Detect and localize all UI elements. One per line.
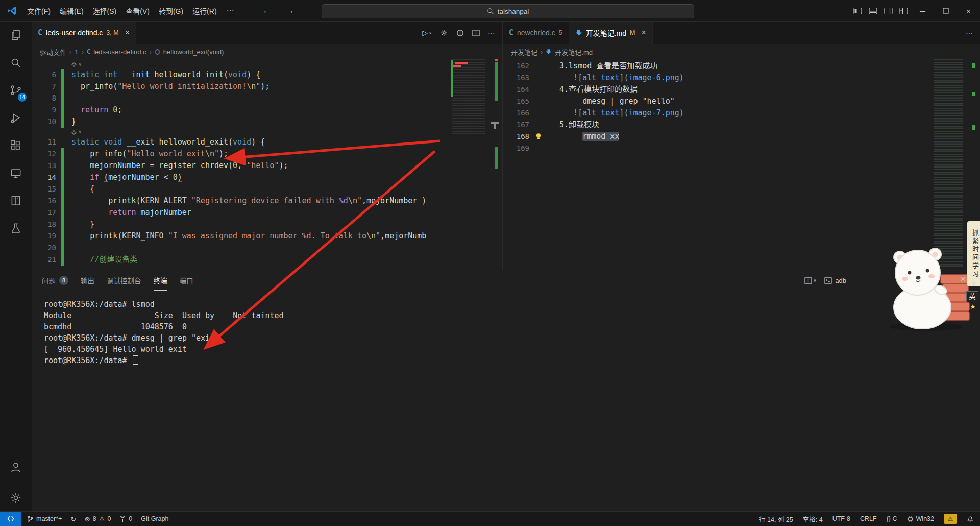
run-debug-icon[interactable] [0,104,32,132]
explorer-icon[interactable] [0,21,32,49]
close-icon[interactable]: × [641,28,646,37]
code-line-11[interactable]: 11static void __exit helloworld_exit(voi… [32,136,449,148]
panel-tab-2[interactable]: 调试控制台 [107,270,141,291]
breadcrumb-item[interactable]: 开发笔记 [511,47,537,57]
code-line-14[interactable]: 14 if (mejorNumber < 0) [32,172,449,183]
code-editor-right[interactable]: 162 3.lsmod 查看是否加载成功163 ![alt text](imag… [503,59,980,270]
breadcrumb-item[interactable]: 开发笔记.md [555,47,593,57]
md-line-162[interactable]: 162 3.lsmod 查看是否加载成功 [503,60,929,72]
tab-dev-notes[interactable]: 开发笔记.md M × [569,21,653,44]
remote-explorer-icon[interactable] [0,159,32,187]
maximize-button[interactable] [934,0,957,21]
eol-status[interactable]: CRLF [860,515,877,522]
code-line-20[interactable]: 20 [32,242,449,254]
close-window-button[interactable]: × [957,0,980,21]
md-line-165[interactable]: 165 dmesg | grep "hello" [503,95,929,107]
md-line-168[interactable]: 168 rmmod xx [503,131,929,142]
ports-status[interactable]: 0 [119,515,132,522]
md-line-169[interactable]: 169 [503,142,929,154]
code-line-21[interactable]: 21 //创建设备类 [32,254,449,266]
code-line-10[interactable]: 10} [32,116,449,128]
testing-flask-icon[interactable] [0,214,32,242]
menu-item-2[interactable]: 选择(S) [88,6,121,16]
code-editor-left[interactable]: ∨6static int __init helloworld_init(void… [32,59,502,270]
sync-icon[interactable]: ↻ [70,515,76,523]
remote-indicator[interactable] [0,512,21,526]
split-editor-icon[interactable] [472,30,480,36]
code-line-13[interactable]: 13 mejornNumber = register_chrdev(0, "he… [32,160,449,172]
settings-gear-icon[interactable] [440,29,448,37]
platform-status[interactable]: Win32 [907,515,934,522]
code-line-17[interactable]: 17 return majorNumber [32,207,449,219]
panel-tab-1[interactable]: 输出 [81,270,94,291]
breadcrumb-item[interactable]: 驱动文件 [40,47,66,57]
panel-tab-3[interactable]: 终端 [154,270,167,291]
notifications-bell-icon[interactable] [967,515,974,522]
split-terminal-icon[interactable]: ∨ [804,277,816,284]
md-line-167[interactable]: 167 5.卸载模块 [503,119,929,131]
toggle-panel-icon[interactable] [865,7,880,15]
search-sidebar-icon[interactable] [0,49,32,77]
md-line-163[interactable]: 163 ![alt text](image-6.png) [503,72,929,84]
command-center-search[interactable]: taishanpai [322,4,694,18]
indentation-status[interactable]: 空格: 4 [803,514,823,524]
toggle-secondary-sidebar-icon[interactable] [880,7,896,15]
language-mode[interactable]: {} C [887,515,897,522]
extension-warning-badge[interactable]: ⚠ [944,514,957,524]
git-graph-button[interactable]: Git Graph [141,515,168,522]
toggle-sidebar-icon[interactable] [850,7,865,15]
code-line-12[interactable]: 12 pr_info("Hello world exit\n"); [32,148,449,160]
menu-item-1[interactable]: 编辑(E) [55,6,88,16]
menu-item-3[interactable]: 查看(V) [121,6,154,16]
close-icon[interactable]: × [125,28,130,37]
menu-item-5[interactable]: 运行(R) [188,6,221,16]
panel-tab-0[interactable]: 问题8 [42,270,68,291]
md-line-166[interactable]: 166 ![alt text](image-7.png) [503,107,929,119]
extensions-icon[interactable] [0,132,32,159]
run-file-button[interactable]: ▷∨ [422,29,432,37]
problems-status[interactable]: ⊗8 ⚠0 [85,515,111,523]
code-line-7[interactable]: 7 pr_info("Hello world initialization!\n… [32,81,449,92]
more-actions-icon[interactable]: ⋯ [966,29,973,37]
code-line-9[interactable]: 9 return 0; [32,104,449,116]
breadcrumb-item[interactable]: 1 [75,48,78,56]
menu-item-0[interactable]: 文件(F) [22,6,55,16]
minimize-button[interactable]: ─ [911,0,934,21]
panel-tab-4[interactable]: 端口 [180,270,193,291]
close-panel-icon[interactable]: × [961,274,966,284]
cursor-position[interactable]: 行 14, 列 25 [759,514,793,524]
source-control-icon[interactable]: 14 [0,77,32,104]
md-line-164[interactable]: 164 4.查看模块打印的数据 [503,84,929,95]
menu-item-4[interactable]: 转到(G) [154,6,188,16]
breadcrumb-right[interactable]: 开发笔记 › 开发笔记.md [503,44,980,59]
code-line-16[interactable]: 16 printk(KERN_ALERT "Registering device… [32,195,449,207]
git-branch-status[interactable]: master*+ [27,515,62,522]
code-line-19[interactable]: 19 printk(KERN_INFO "I was assigned majo… [32,230,449,242]
code-line-8[interactable]: 8 [32,92,449,104]
docs-extension-icon[interactable] [0,187,32,214]
menu-overflow-button[interactable]: ⋯ [222,6,239,15]
customize-layout-icon[interactable] [896,7,911,15]
encoding-status[interactable]: UTF-8 [832,515,850,522]
nav-back-button[interactable]: ← [263,6,272,16]
nav-forward-button[interactable]: → [286,6,295,16]
open-changes-icon[interactable] [456,29,464,37]
code-line-6[interactable]: 6static int __init helloworld_init(void)… [32,69,449,81]
hide-panel-chevron-icon[interactable]: ∨ [972,281,975,286]
code-line-18[interactable]: 18 } [32,219,449,230]
code-line-15[interactable]: 15 { [32,183,449,195]
tab-newchrled[interactable]: C newchrled.c 5 [503,21,569,44]
minimap[interactable] [934,59,963,269]
more-actions-icon[interactable]: ⋯ [488,29,495,37]
minimap[interactable] [452,59,485,269]
tab-leds-user-defind[interactable]: C leds-user-defind.c 3, M × [32,21,136,44]
breadcrumb-item[interactable]: leds-user-defind.c [93,48,146,56]
breadcrumb-item[interactable]: helloworld_exit(void) [163,48,224,56]
ime-indicator[interactable]: 英 [966,291,978,302]
breadcrumb-left[interactable]: 驱动文件 › 1 › C leds-user-defind.c › hellow… [32,44,502,59]
lightbulb-icon[interactable] [529,131,548,142]
terminal-tab-adb[interactable]: adb [824,277,846,284]
settings-gear-icon[interactable] [0,484,32,512]
accounts-icon[interactable] [0,453,32,481]
terminal-output[interactable]: root@RK356X:/data# lsmodModule Size Used… [44,299,284,366]
